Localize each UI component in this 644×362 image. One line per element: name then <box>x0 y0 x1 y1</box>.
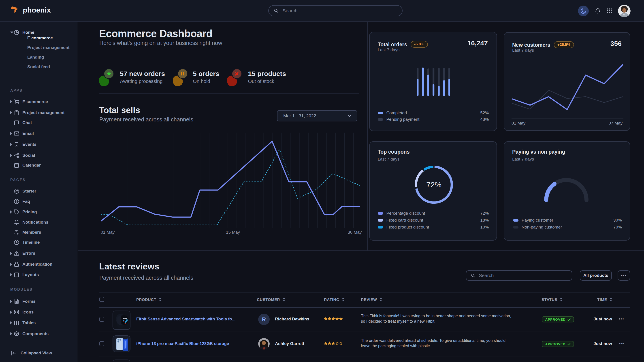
svg-text:72%: 72% <box>426 180 442 189</box>
